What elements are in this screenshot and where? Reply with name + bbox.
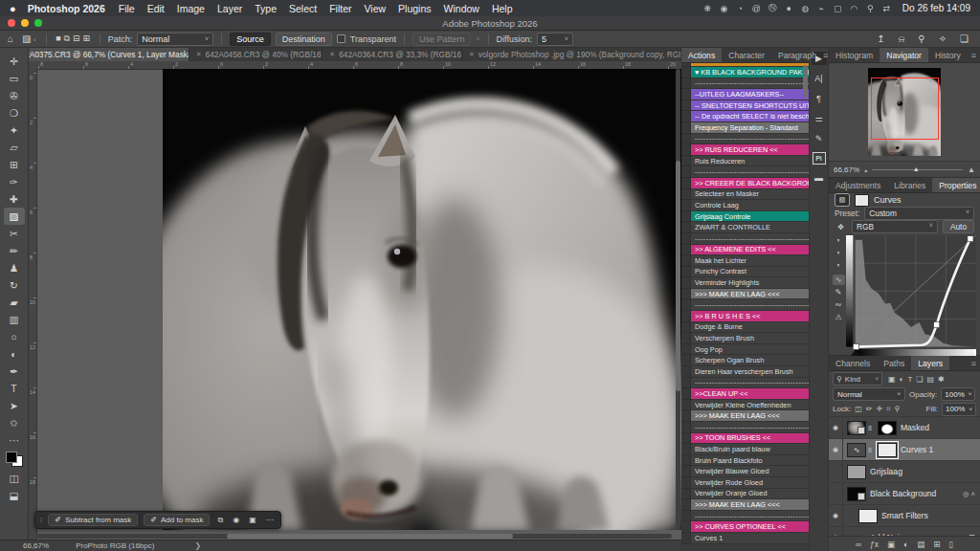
apple-menu-icon[interactable]: ● (10, 3, 16, 14)
navigator-tab-histogram[interactable]: Histogram (829, 48, 880, 62)
menubar-clock[interactable]: Do 26 feb 14:09 (902, 3, 970, 13)
tool-presets-icon[interactable]: ⚌ (812, 112, 827, 125)
close-tab-icon[interactable]: ✕ (196, 51, 202, 58)
screen-mode-icon[interactable]: ⬓ (4, 487, 25, 504)
menu-select[interactable]: Select (289, 3, 317, 14)
black-point-eyedropper-icon[interactable]: ❜ (833, 237, 845, 248)
layer-row[interactable]: ◉8Masked (829, 417, 980, 439)
new-group-icon[interactable]: ▤ (917, 540, 924, 549)
actions-scrollbar[interactable] (803, 65, 808, 98)
menu-help[interactable]: Help (492, 3, 513, 14)
action-item[interactable]: >>CLEAN UP << (681, 388, 809, 400)
brush-settings-icon[interactable]: ✎ (812, 132, 827, 145)
action-toggle-cell[interactable] (681, 277, 691, 289)
action-toggle-cell[interactable] (681, 355, 691, 366)
shape-tool[interactable]: ✩ (4, 414, 25, 431)
action-toggle-cell[interactable] (681, 400, 691, 411)
preset-select[interactable]: Custom˅ (864, 207, 974, 220)
pest-icon[interactable]: ❋ (700, 4, 716, 13)
action-item[interactable]: Oog Pop (681, 344, 809, 356)
remove-tool[interactable]: ✂ (4, 225, 25, 242)
action-item[interactable]: ----------------------------------------… (681, 378, 809, 389)
canvas-area[interactable]: 864202468101214161820 024681012141618 ⁞ … (29, 61, 681, 540)
selection-mode-icon-2[interactable]: ⊟ (72, 33, 82, 44)
action-toggle-cell[interactable] (681, 489, 691, 500)
menu-plugins[interactable]: Plugins (398, 3, 431, 14)
delete-layer-icon[interactable]: ▯ (948, 540, 953, 549)
paragraph-panel-icon[interactable]: ¶ (812, 92, 827, 105)
action-toggle-cell[interactable] (681, 388, 691, 400)
search-icon[interactable]: ⚲ (862, 4, 879, 13)
lock-transparency-icon[interactable]: ◫ (855, 405, 862, 414)
transparent-checkbox[interactable] (337, 34, 345, 43)
action-toggle-cell[interactable] (681, 433, 691, 445)
action-item[interactable]: Punchy Contrast (681, 267, 809, 278)
wifi-icon[interactable]: ◠ (846, 4, 862, 13)
action-item[interactable]: >> B R U S H E S << (681, 311, 809, 322)
action-toggle-cell[interactable] (681, 311, 691, 322)
auto-button[interactable]: Auto (943, 220, 974, 233)
action-toggle-cell[interactable] (681, 189, 691, 201)
document-tab-3[interactable]: ✕642A0364.CR3 @ 33,3% (RGB/16*) * (323, 48, 462, 61)
layer-mask-thumbnail[interactable] (878, 421, 897, 435)
vertical-scrollbar[interactable] (676, 69, 680, 530)
menu-edit[interactable]: Edit (147, 3, 165, 14)
zoom-out-icon[interactable]: ▴ (864, 166, 867, 173)
selection-mode-icon-1[interactable]: ⧉ (62, 33, 71, 44)
action-toggle-cell[interactable] (681, 144, 691, 156)
filter-shape-icon[interactable]: ❏ (916, 375, 923, 384)
pattern-picker-caret[interactable]: ˅ (476, 35, 479, 42)
lock-artboard-icon[interactable]: ⌗ (886, 405, 891, 414)
color-swatches[interactable] (6, 452, 23, 467)
action-item[interactable]: Black/Bruin paard blauw (681, 444, 809, 455)
filter-on-icon[interactable]: ✱ (938, 375, 945, 384)
layer-row[interactable]: Grijslaag (829, 461, 980, 483)
action-toggle-cell[interactable] (681, 378, 691, 389)
actions-tab-character[interactable]: Character (722, 48, 771, 62)
action-item[interactable]: Verwijder Rode Gloed (681, 477, 809, 489)
action-toggle-cell[interactable] (681, 134, 691, 145)
action-toggle-cell[interactable] (681, 245, 691, 256)
layer-row[interactable]: ◉Smart Filters (829, 505, 980, 527)
action-toggle-cell[interactable] (681, 299, 691, 311)
gradient-tool[interactable]: ▥ (4, 311, 25, 328)
layers-tab-channels[interactable]: Channels (829, 356, 877, 370)
white-point-eyedropper-icon[interactable]: ❜ (833, 262, 845, 273)
opacity-select[interactable]: 100%˅ (941, 387, 975, 401)
eyedropper-tool[interactable]: ✑ (4, 173, 25, 190)
menu-type[interactable]: Type (255, 3, 277, 14)
layer-thumbnail[interactable] (847, 487, 866, 501)
action-item[interactable]: Maak het Lichter (681, 255, 809, 267)
close-tab-icon[interactable]: ✕ (469, 51, 475, 58)
close-tab-icon[interactable]: ✕ (329, 51, 335, 58)
action-item[interactable]: Bruin Paard Blackfoto (681, 455, 809, 467)
action-item[interactable]: ----------------------------------------… (681, 422, 809, 433)
invert-mask-icon[interactable]: ◉ (231, 516, 241, 525)
layer-row-extra-icon[interactable]: ◎ ˄ (963, 490, 980, 498)
history-brush-tool[interactable]: ↻ (4, 276, 25, 294)
whats-new-icon[interactable]: ✧ (937, 33, 948, 45)
action-item[interactable]: >> CURVES OPTIONEEL << (681, 521, 809, 533)
action-toggle-cell[interactable] (681, 122, 691, 134)
action-item[interactable]: --UITLEG LAAGMASKERS-- (681, 89, 809, 100)
brush-tool[interactable]: ✏ (4, 242, 25, 259)
layer-visibility-eye-icon[interactable]: ◉ (829, 505, 843, 526)
plugins-panel-icon[interactable]: Pi (813, 152, 826, 165)
actions-tab-paragraph[interactable]: Paragraph (771, 48, 823, 62)
add-to-mask-button[interactable]: ✐ Add to mask (144, 514, 210, 526)
action-toggle-cell[interactable] (681, 166, 691, 178)
document-tab-2[interactable]: ✕642A0458.CR3 @ 40% (RGB/16*) * (189, 48, 323, 61)
action-item[interactable]: >> CREEER DE BLACK BACKGROUND << (681, 178, 809, 189)
action-item[interactable]: ZWART & CONTROLLE (681, 222, 809, 233)
assistant-icon[interactable]: ◍ (797, 4, 813, 13)
layer-thumbnail[interactable] (858, 509, 878, 523)
layer-mask-thumbnail[interactable] (878, 443, 897, 457)
action-toggle-cell[interactable] (681, 211, 691, 223)
horizontal-scrollbar[interactable] (36, 534, 672, 539)
more-tools[interactable]: ⋯ (4, 431, 25, 449)
at-icon[interactable]: @ (748, 4, 765, 13)
action-toggle-cell[interactable] (681, 477, 691, 489)
layer-row[interactable]: ◉∿8Curves 1 (829, 439, 980, 461)
use-pattern-button[interactable]: Use Pattern (412, 33, 472, 46)
action-toggle-cell[interactable] (681, 511, 691, 522)
